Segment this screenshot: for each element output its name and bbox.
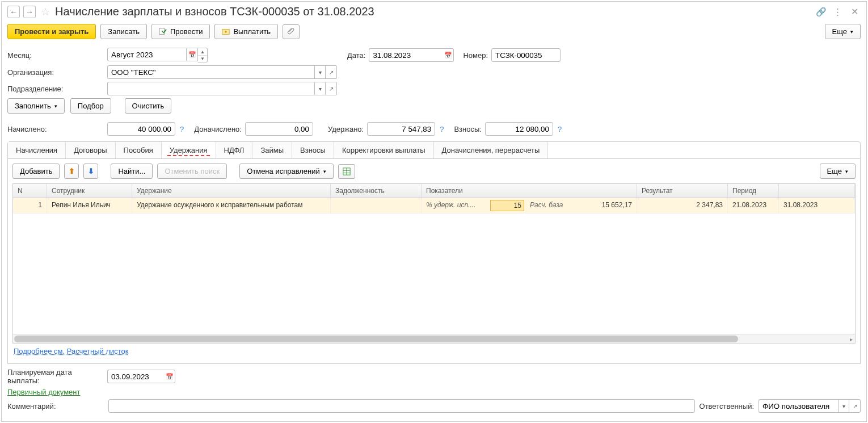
date-calendar-button[interactable]: 📅 [443,48,454,62]
tab-5[interactable]: Займы [252,142,292,158]
clear-button[interactable]: Очистить [125,98,172,114]
nav-forward-button[interactable]: → [23,6,36,18]
withheld-label: Удержано: [328,125,364,133]
cell-employee: Репин Илья Ильич [47,198,132,213]
month-up-button[interactable]: ▲ [198,48,207,55]
table-row[interactable]: 1Репин Илья ИльичУдержание осужденного к… [13,198,855,213]
indicator-value2: 15 652,17 [575,201,632,210]
cancel-corrections-button[interactable]: Отмена исправлений ▾ [239,164,334,179]
grid-settings-button[interactable] [338,164,355,179]
indicator-value[interactable]: 15 [490,200,524,211]
col-indicators[interactable]: Показатели [422,184,637,198]
number-input[interactable] [491,48,561,62]
addl-value[interactable] [245,122,313,136]
more-button-panel[interactable]: Еще ▾ [820,164,856,179]
scroll-right-icon[interactable]: ▸ [846,334,856,344]
kebab-menu-icon[interactable]: ⋮ [833,7,842,17]
responsible-label: Ответственный: [700,402,754,411]
help-accrued[interactable]: ? [180,125,184,133]
indicator-label2: Расч. база [524,201,575,210]
planned-date-input[interactable] [107,370,164,383]
contrib-value[interactable] [485,122,553,136]
table-icon [343,167,351,175]
col-period2[interactable] [779,184,855,198]
responsible-input[interactable] [759,399,838,413]
tab-4[interactable]: НДФЛ [216,142,253,158]
nav-back-button[interactable]: ← [7,6,20,18]
cell-period-from: 21.08.2023 [728,198,779,213]
post-and-close-button[interactable]: Провести и закрыть [7,24,96,39]
tab-8[interactable]: Доначисления, перерасчеты [434,142,549,158]
tab-3[interactable]: Удержания [162,142,216,158]
link-icon[interactable]: 🔗 [816,7,827,17]
tab-0[interactable]: Начисления [8,142,66,158]
col-period[interactable]: Период [728,184,779,198]
cell-debt [331,198,422,213]
grid-header: N Сотрудник Удержание Задолженность Пока… [13,184,855,198]
cell-result: 2 347,83 [637,198,728,213]
col-result[interactable]: Результат [637,184,728,198]
fill-button[interactable]: Заполнить ▾ [7,98,65,114]
accrued-label: Начислено: [7,125,104,133]
comment-label: Комментарий: [7,402,104,411]
attach-button[interactable] [283,24,300,39]
responsible-dropdown-button[interactable]: ▾ [838,399,849,413]
number-label: Номер: [463,51,488,60]
move-down-button[interactable]: ⬇ [83,164,98,179]
move-up-button[interactable]: ⬆ [64,164,79,179]
planned-calendar-button[interactable]: 📅 [164,370,175,383]
svg-point-2 [225,31,227,33]
dept-dropdown-button[interactable]: ▾ [314,82,326,95]
scroll-thumb[interactable] [14,336,738,342]
page-title: Начисление зарплаты и взносов ТСЗК-00003… [55,5,812,18]
tab-2[interactable]: Пособия [116,142,162,158]
help-withheld[interactable]: ? [440,125,444,133]
col-deduction[interactable]: Удержание [132,184,331,198]
month-input[interactable] [107,48,187,61]
dept-open-button[interactable]: ↗ [326,82,337,95]
col-debt[interactable]: Задолженность [331,184,422,198]
cell-n: 1 [13,198,47,213]
save-button[interactable]: Записать [100,24,147,39]
date-input[interactable] [369,48,443,62]
org-open-button[interactable]: ↗ [326,65,337,79]
date-label: Дата: [347,51,365,60]
col-employee[interactable]: Сотрудник [47,184,132,198]
comment-input[interactable] [108,399,695,413]
grid-body[interactable]: 1Репин Илья ИльичУдержание осужденного к… [13,198,855,334]
contrib-label: Взносы: [454,125,482,133]
add-row-button[interactable]: Добавить [12,164,60,179]
month-calendar-button[interactable]: 📅 [187,48,198,61]
pick-button[interactable]: Подбор [70,98,111,114]
responsible-open-button[interactable]: ↗ [849,399,861,413]
chevron-down-icon: ▾ [323,169,326,174]
tab-7[interactable]: Корректировки выплаты [334,142,434,158]
more-button-top[interactable]: Еще ▾ [825,24,861,39]
addl-label: Доначислено: [194,125,242,133]
cancel-search-button[interactable]: Отменить поиск [157,164,227,179]
planned-date-label: Планируемая дата выплаты: [7,368,104,385]
find-button[interactable]: Найти... [111,164,153,179]
org-input[interactable] [107,65,314,79]
horizontal-scrollbar[interactable]: ◂ ▸ [13,334,855,343]
org-dropdown-button[interactable]: ▾ [314,65,326,79]
tab-1[interactable]: Договоры [66,142,115,158]
pay-button[interactable]: Выплатить [214,24,278,39]
pay-icon [222,28,230,36]
arrow-up-icon: ⬆ [69,167,75,175]
close-button[interactable]: ✕ [849,6,861,17]
post-icon [159,28,167,36]
tab-6[interactable]: Взносы [292,142,334,158]
org-label: Организация: [7,68,104,77]
primary-document-link[interactable]: Первичный документ [7,388,80,396]
col-n[interactable]: N [13,184,47,198]
post-button[interactable]: Провести [151,24,210,39]
help-contrib[interactable]: ? [558,125,562,133]
detail-link[interactable]: Подробнее см. Расчетный листок [12,344,856,359]
month-down-button[interactable]: ▼ [198,55,207,62]
dept-input[interactable] [107,82,314,95]
accrued-value[interactable] [107,122,175,136]
arrow-down-icon: ⬇ [88,167,94,175]
favorite-star-icon[interactable]: ☆ [39,6,52,18]
withheld-value[interactable] [367,122,435,136]
